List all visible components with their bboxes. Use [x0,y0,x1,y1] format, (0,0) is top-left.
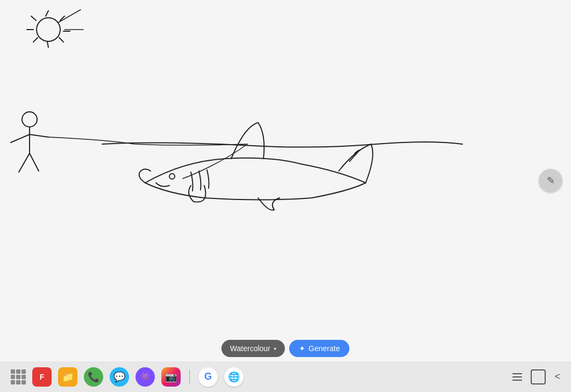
sparkle-icon: ✦ [299,344,305,353]
svg-line-4 [59,38,63,42]
svg-line-5 [47,42,48,47]
generate-button[interactable]: ✦ Generate [289,340,349,357]
phone-app-icon[interactable]: 📞 [84,367,103,387]
canvas-area[interactable]: ✎ [0,0,571,361]
grid-apps-icon[interactable] [11,369,26,384]
music-app-icon[interactable]: 👾 [135,367,155,387]
svg-line-9 [58,10,81,23]
back-button[interactable]: < [554,371,560,382]
chrome-app-icon[interactable]: 🌐 [224,367,244,387]
separator [189,369,190,384]
generate-label: Generate [309,344,340,353]
watercolour-style-button[interactable]: Watercolour ▾ [222,340,285,357]
flipboard-app-icon[interactable]: F [32,367,52,387]
pencil-icon: ✎ [547,175,555,187]
watercolour-label: Watercolour [230,344,270,353]
folder-app-icon[interactable]: 📁 [58,367,77,387]
svg-line-16 [30,153,39,171]
svg-point-0 [37,18,60,41]
drawing-svg [0,0,571,361]
style-generate-row: Watercolour ▾ ✦ Generate [222,336,349,361]
google-app-icon[interactable]: G [198,367,218,387]
svg-point-17 [169,174,175,179]
edit-pencil-button[interactable]: ✎ [539,169,562,193]
svg-line-1 [46,11,48,16]
svg-line-15 [19,153,30,172]
messages-app-icon[interactable]: 💬 [110,367,129,387]
home-square-button[interactable] [531,369,546,384]
svg-line-6 [33,38,38,42]
svg-point-11 [22,112,37,127]
svg-line-14 [30,134,48,137]
chevron-down-icon: ▾ [274,346,276,352]
bottom-right-controls: < [512,369,560,384]
bottom-toolbar: F 📁 📞 💬 👾 📷 G 🌐 [0,361,571,392]
app-icons-left: F 📁 📞 💬 👾 📷 G 🌐 [11,367,244,387]
instagram-app-icon[interactable]: 📷 [161,367,181,387]
svg-line-8 [31,16,36,20]
menu-lines-icon[interactable] [512,373,522,381]
svg-line-13 [11,134,30,142]
